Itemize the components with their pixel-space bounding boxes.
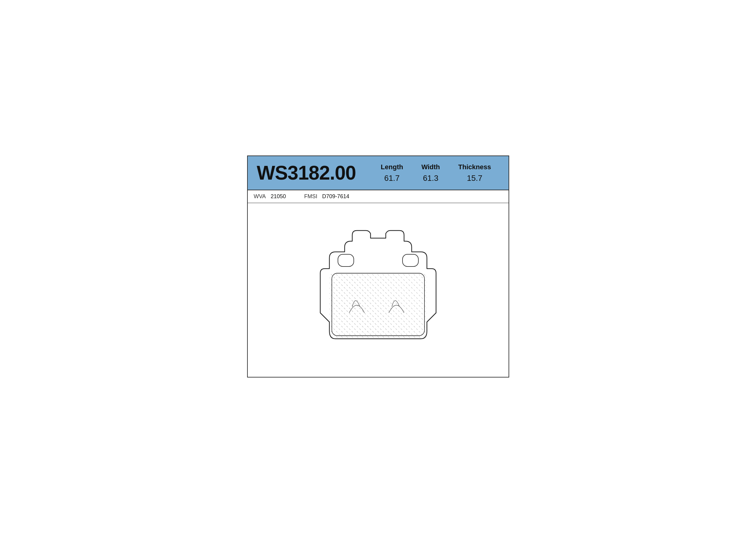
fmsi-label: FMSI xyxy=(304,193,317,200)
brake-pad-diagram xyxy=(305,212,451,365)
svg-rect-4 xyxy=(402,254,418,266)
wva-item: WVA 21050 xyxy=(254,193,286,200)
header-section: WS3182.00 Length 61.7 Width 61.3 Thickne… xyxy=(248,156,509,190)
thickness-value: 15.7 xyxy=(467,174,482,183)
fmsi-value: D709-7614 xyxy=(322,193,349,200)
length-value: 61.7 xyxy=(384,174,400,183)
thickness-dimension: Thickness 15.7 xyxy=(458,163,491,183)
dimensions-group: Length 61.7 Width 61.3 Thickness 15.7 xyxy=(373,163,500,183)
width-label: Width xyxy=(421,163,440,171)
meta-row: WVA 21050 FMSI D709-7614 xyxy=(248,190,509,203)
fmsi-item: FMSI D709-7614 xyxy=(304,193,349,200)
drawing-area xyxy=(248,203,509,377)
length-label: Length xyxy=(381,163,403,171)
width-value: 61.3 xyxy=(423,174,439,183)
part-number: WS3182.00 xyxy=(257,162,361,184)
svg-rect-3 xyxy=(338,254,354,266)
wva-value: 21050 xyxy=(271,193,286,200)
width-dimension: Width 61.3 xyxy=(421,163,440,183)
wva-label: WVA xyxy=(254,193,266,200)
length-dimension: Length 61.7 xyxy=(381,163,403,183)
svg-rect-1 xyxy=(329,273,427,339)
product-card: WS3182.00 Length 61.7 Width 61.3 Thickne… xyxy=(247,155,509,378)
thickness-label: Thickness xyxy=(458,163,491,171)
